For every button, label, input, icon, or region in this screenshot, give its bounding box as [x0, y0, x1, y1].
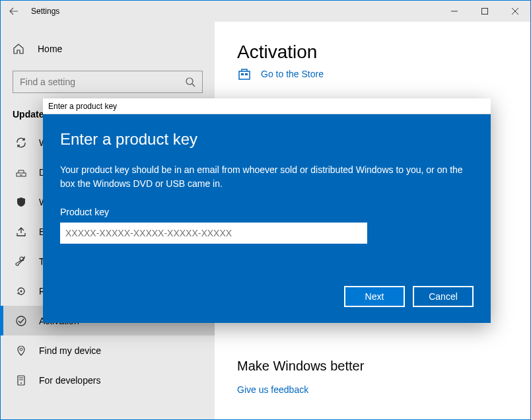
backup-icon — [14, 226, 28, 238]
recovery-icon — [14, 285, 28, 297]
location-icon — [14, 345, 28, 357]
sidebar-item-find-my-device[interactable]: Find my device — [1, 335, 215, 365]
settings-window: Settings Home Update & Security — [0, 0, 531, 420]
product-key-dialog: Enter a product key Enter a product key … — [43, 98, 491, 323]
product-key-label: Product key — [60, 207, 474, 217]
maximize-button[interactable] — [470, 1, 500, 22]
sidebar-item-label: For developers — [39, 375, 100, 386]
store-icon — [237, 67, 252, 81]
dialog-heading: Enter a product key — [60, 130, 474, 149]
product-key-input[interactable] — [60, 223, 367, 244]
cancel-button[interactable]: Cancel — [413, 286, 474, 307]
svg-point-8 — [20, 290, 22, 292]
dialog-body: Enter a product key Your product key sho… — [43, 114, 491, 323]
store-row: Go to the Store — [237, 67, 508, 81]
sync-icon — [14, 137, 28, 149]
window-title: Settings — [31, 7, 59, 16]
svg-rect-15 — [239, 71, 250, 79]
svg-line-5 — [192, 84, 195, 87]
titlebar: Settings — [1, 1, 530, 22]
next-button[interactable]: Next — [344, 286, 405, 307]
svg-point-14 — [20, 382, 22, 384]
svg-rect-16 — [241, 73, 244, 75]
close-icon — [512, 8, 518, 15]
arrow-left-icon — [9, 7, 18, 16]
svg-rect-17 — [245, 73, 248, 75]
section-title: Make Windows better — [237, 359, 508, 374]
feedback-link[interactable]: Give us feedback — [237, 384, 508, 395]
svg-point-9 — [17, 316, 26, 326]
window-controls — [439, 1, 530, 22]
dialog-buttons: Next Cancel — [60, 286, 474, 307]
checkmark-icon — [14, 315, 28, 327]
wrench-icon — [14, 256, 28, 267]
page-title: Activation — [237, 42, 508, 63]
minimize-icon — [451, 8, 458, 15]
dialog-description: Your product key should be in an email f… — [60, 163, 474, 191]
svg-point-4 — [186, 78, 193, 85]
sidebar-item-label: Find my device — [39, 345, 101, 356]
home-label: Home — [38, 44, 62, 54]
store-link[interactable]: Go to the Store — [261, 69, 324, 79]
search-box[interactable] — [13, 71, 203, 93]
maximize-icon — [481, 8, 488, 15]
svg-rect-1 — [482, 9, 488, 15]
search-icon — [185, 77, 195, 87]
home-nav[interactable]: Home — [1, 36, 215, 61]
sidebar-item-for-developers[interactable]: For developers — [1, 365, 215, 395]
minimize-button[interactable] — [439, 1, 470, 22]
back-button[interactable] — [6, 3, 22, 19]
shield-icon — [14, 196, 28, 208]
delivery-icon — [14, 166, 28, 178]
dialog-titlebar: Enter a product key — [43, 98, 491, 114]
home-icon — [13, 43, 26, 55]
svg-point-10 — [20, 348, 22, 351]
search-input[interactable] — [20, 77, 185, 87]
developers-icon — [14, 374, 28, 386]
close-button[interactable] — [500, 1, 530, 22]
